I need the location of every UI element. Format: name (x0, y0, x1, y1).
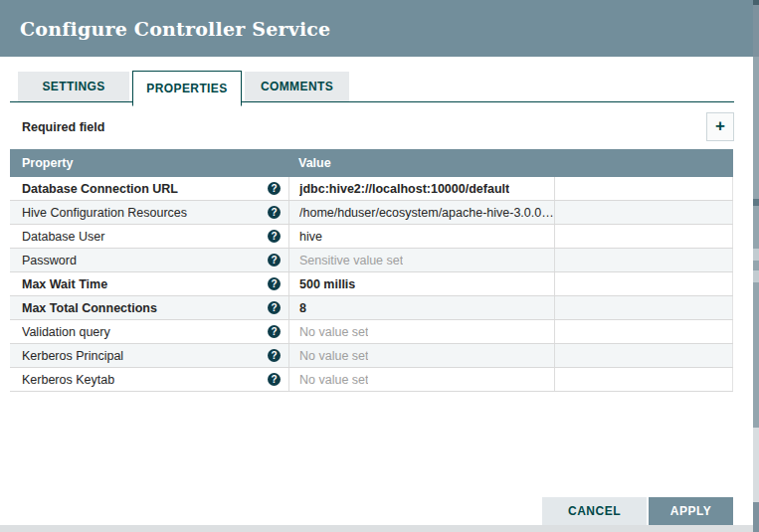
add-property-button[interactable]: + (706, 112, 734, 141)
property-value-cell[interactable]: jdbc:hive2://localhost:10000/default (288, 177, 555, 200)
property-name-label: Database Connection URL (22, 182, 268, 196)
property-value-text: Sensitive value set (299, 254, 403, 267)
property-value-text: 8 (299, 301, 306, 315)
table-row: Database User?hive (10, 225, 733, 249)
property-name-label: Validation query (22, 325, 268, 339)
property-value-cell[interactable]: Sensitive value set (288, 249, 555, 271)
help-question-icon: ? (268, 206, 281, 219)
configure-controller-service-dialog: Configure Controller Service SETTINGS PR… (0, 0, 759, 532)
property-value-text: hive (299, 230, 322, 244)
table-row: Max Wait Time?500 millis (10, 272, 733, 296)
property-name-cell: Kerberos Principal? (10, 344, 288, 367)
table-row: Kerberos Principal?No value set (10, 344, 733, 368)
table-row: Database Connection URL?jdbc:hive2://loc… (10, 177, 733, 201)
column-header-property: Property (10, 156, 288, 170)
property-name-cell: Hive Configuration Resources? (10, 201, 288, 224)
table-row: Validation query?No value set (10, 320, 733, 344)
help-question-icon: ? (268, 349, 281, 362)
help-question-icon: ? (268, 301, 281, 314)
property-value-text: No value set (299, 325, 368, 339)
property-table: Property Value Database Connection URL?j… (10, 149, 733, 392)
property-name-label: Hive Configuration Resources (22, 206, 268, 220)
property-value-cell[interactable]: 8 (288, 296, 555, 319)
dialog-title: Configure Controller Service (20, 18, 330, 40)
table-row: Kerberos Keytab?No value set (10, 368, 733, 392)
property-value-text: jdbc:hive2://localhost:10000/default (299, 182, 509, 196)
property-table-body: Database Connection URL?jdbc:hive2://loc… (10, 177, 733, 392)
background-page-bottom-edge (0, 525, 759, 532)
property-value-text: No value set (299, 349, 368, 363)
property-value-cell[interactable]: hive (288, 225, 555, 248)
plus-icon: + (715, 116, 725, 135)
property-name-cell: Max Total Connections? (10, 296, 288, 319)
apply-button[interactable]: APPLY (649, 497, 733, 525)
tab-settings[interactable]: SETTINGS (18, 72, 129, 101)
tab-strip: SETTINGS PROPERTIES COMMENTS (10, 71, 734, 102)
column-header-value: Value (288, 156, 555, 170)
table-row: Hive Configuration Resources?/home/hduse… (10, 201, 733, 225)
help-question-icon: ? (268, 254, 281, 266)
property-name-label: Password (22, 254, 268, 267)
cancel-button[interactable]: CANCEL (542, 497, 647, 525)
property-name-cell: Kerberos Keytab? (10, 368, 288, 391)
property-name-label: Database User (22, 230, 268, 244)
property-name-label: Max Total Connections (22, 301, 268, 315)
help-question-icon: ? (268, 182, 281, 195)
help-question-icon: ? (268, 325, 281, 338)
property-name-label: Kerberos Principal (22, 349, 268, 363)
property-value-cell[interactable]: /home/hduser/ecosystem/apache-hive-3.0.0… (288, 201, 555, 224)
property-name-label: Max Wait Time (22, 277, 268, 291)
tab-comments[interactable]: COMMENTS (245, 72, 349, 101)
property-value-text: /home/hduser/ecosystem/apache-hive-3.0.0… (299, 206, 554, 220)
property-value-text: No value set (299, 373, 368, 387)
property-value-text: 500 millis (299, 277, 355, 291)
help-question-icon: ? (268, 230, 281, 243)
dialog-title-bar: Configure Controller Service (0, 0, 753, 57)
property-name-cell: Database User? (10, 225, 288, 248)
property-name-cell: Password? (10, 249, 288, 271)
property-name-cell: Max Wait Time? (10, 272, 288, 295)
required-field-label: Required field (22, 120, 104, 134)
property-name-label: Kerberos Keytab (22, 373, 268, 387)
property-value-cell[interactable]: 500 millis (288, 272, 555, 295)
property-table-header: Property Value (10, 149, 733, 177)
property-name-cell: Database Connection URL? (10, 177, 288, 200)
help-question-icon: ? (268, 277, 281, 290)
property-value-cell[interactable]: No value set (288, 344, 555, 367)
property-value-cell[interactable]: No value set (288, 320, 555, 343)
tab-properties[interactable]: PROPERTIES (132, 71, 242, 106)
table-row: Max Total Connections?8 (10, 296, 733, 320)
table-row: Password?Sensitive value set (10, 249, 733, 272)
help-question-icon: ? (268, 373, 281, 386)
property-name-cell: Validation query? (10, 320, 288, 343)
background-page-right-edge (753, 0, 759, 532)
property-value-cell[interactable]: No value set (288, 368, 555, 391)
